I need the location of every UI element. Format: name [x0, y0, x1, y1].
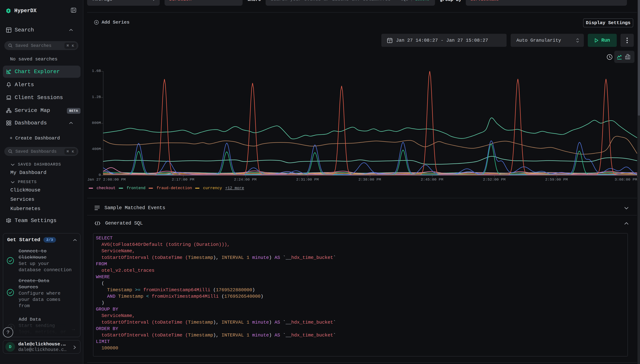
svg-text:1: 1: [389, 40, 390, 43]
